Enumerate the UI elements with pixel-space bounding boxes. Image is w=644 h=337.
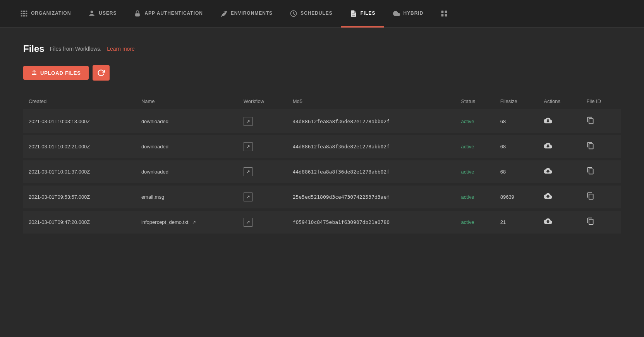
refresh-button[interactable] <box>93 65 110 81</box>
svg-rect-14 <box>441 10 444 13</box>
upload-icon <box>31 70 37 76</box>
nav-label-app-authentication: APP AUTHENTICATION <box>144 10 203 16</box>
copy-id-icon[interactable] <box>587 168 594 176</box>
nav-item-app-authentication[interactable]: APP AUTHENTICATION <box>125 0 211 28</box>
leaf-icon <box>220 9 228 17</box>
status-badge: active <box>461 169 474 175</box>
cell-md5: 44d88612fea8a8f36de82e1278abb02f <box>287 134 456 159</box>
status-badge: active <box>461 144 474 150</box>
workflow-link-icon[interactable]: ↗ <box>244 193 252 201</box>
download-action-icon[interactable] <box>544 193 552 202</box>
cell-actions <box>538 159 581 184</box>
cell-actions <box>538 184 581 210</box>
svg-rect-3 <box>21 13 22 14</box>
copy-id-icon[interactable] <box>587 193 594 201</box>
upload-files-button[interactable]: UPLOAD FILES <box>23 66 89 80</box>
grid-icon <box>440 9 448 17</box>
cell-name: downloaded <box>136 110 238 134</box>
table-row: 2021-03-01T10:03:13.000Z downloaded ↗ 44… <box>23 110 621 134</box>
external-link-icon[interactable]: ↗ <box>192 220 196 225</box>
svg-rect-0 <box>21 10 22 12</box>
cell-fileid <box>581 134 621 159</box>
nav-label-hybrid: HYBRID <box>404 10 424 16</box>
cell-md5: 25e5ed521809d3ce47307422537d3aef <box>287 184 456 210</box>
copy-id-icon[interactable] <box>587 117 594 126</box>
cell-name: email.msg <box>136 184 238 210</box>
cell-workflow: ↗ <box>238 110 287 134</box>
download-action-icon[interactable] <box>544 118 552 126</box>
download-action-icon[interactable] <box>544 168 552 177</box>
cell-fileid <box>581 210 621 235</box>
workflow-link-icon[interactable]: ↗ <box>244 117 252 126</box>
status-badge: active <box>461 119 474 124</box>
nav-item-users[interactable]: USERS <box>79 0 125 28</box>
cell-actions <box>538 134 581 159</box>
status-badge: active <box>461 194 474 200</box>
nav-item-more[interactable] <box>432 0 457 28</box>
nav-label-environments: ENVIRONMENTS <box>231 10 273 16</box>
cell-fileid <box>581 159 621 184</box>
page-title-row: Files Files from Workflows. Learn more <box>23 43 621 54</box>
nav-item-files[interactable]: FILES <box>341 0 384 28</box>
nav-label-schedules: SCHEDULES <box>301 10 333 16</box>
workflow-link-icon[interactable]: ↗ <box>244 218 252 227</box>
cell-name: infopercept_demo.txt ↗ <box>136 210 238 235</box>
workflow-link-icon[interactable]: ↗ <box>244 142 252 151</box>
nav-label-files: FILES <box>361 10 376 16</box>
cell-filesize: 68 <box>495 110 539 134</box>
nav-label-users: USERS <box>99 10 117 16</box>
cell-name: downloaded <box>136 159 238 184</box>
svg-point-9 <box>91 10 93 13</box>
status-badge: active <box>461 219 474 225</box>
cell-filesize: 68 <box>495 159 539 184</box>
table-body: 2021-03-01T10:03:13.000Z downloaded ↗ 44… <box>23 110 621 235</box>
cell-workflow: ↗ <box>238 134 287 159</box>
col-name: Name <box>136 95 238 110</box>
cell-actions <box>538 210 581 235</box>
nav-item-schedules[interactable]: SCHEDULES <box>281 0 341 28</box>
main-content: Files Files from Workflows. Learn more U… <box>0 28 644 251</box>
nav-item-organization[interactable]: ORGANIZATION <box>12 0 79 28</box>
copy-id-icon[interactable] <box>587 218 594 227</box>
cell-created: 2021-03-01T10:01:37.000Z <box>23 159 136 184</box>
col-actions: Actions <box>538 95 581 110</box>
nav-item-hybrid[interactable]: HYBRID <box>384 0 432 28</box>
cell-status: active <box>455 110 495 134</box>
copy-id-icon[interactable] <box>587 143 594 151</box>
clock-icon <box>290 9 297 17</box>
svg-rect-16 <box>441 14 444 16</box>
cell-status: active <box>455 159 495 184</box>
svg-rect-2 <box>26 10 27 12</box>
learn-more-link[interactable]: Learn more <box>107 46 135 52</box>
org-icon <box>20 9 28 17</box>
cell-created: 2021-03-01T09:47:20.000Z <box>23 210 136 235</box>
download-action-icon[interactable] <box>544 143 552 151</box>
cell-fileid <box>581 184 621 210</box>
button-row: UPLOAD FILES <box>23 65 621 81</box>
workflow-link-icon[interactable]: ↗ <box>244 167 252 176</box>
col-md5: Md5 <box>287 95 456 110</box>
svg-rect-5 <box>26 13 27 14</box>
cell-md5: f059410c8475eba1f630907db21a0780 <box>287 210 456 235</box>
cell-created: 2021-03-01T09:53:57.000Z <box>23 184 136 210</box>
svg-rect-6 <box>21 15 22 16</box>
cell-fileid <box>581 110 621 134</box>
cell-workflow: ↗ <box>238 184 287 210</box>
lock-icon <box>134 9 141 17</box>
col-workflow: Workflow <box>238 95 287 110</box>
page-title: Files <box>23 43 45 54</box>
col-filesize: Filesize <box>495 95 539 110</box>
svg-rect-10 <box>136 13 140 16</box>
download-action-icon[interactable] <box>544 218 552 227</box>
col-created: Created <box>23 95 136 110</box>
cell-status: active <box>455 134 495 159</box>
cell-created: 2021-03-01T10:03:13.000Z <box>23 110 136 134</box>
file-icon <box>350 9 357 17</box>
svg-rect-1 <box>23 10 25 12</box>
svg-rect-17 <box>445 14 447 16</box>
cell-filesize: 21 <box>495 210 539 235</box>
cell-status: active <box>455 210 495 235</box>
nav-item-environments[interactable]: ENVIRONMENTS <box>211 0 281 28</box>
svg-rect-4 <box>23 13 25 14</box>
table-header: Created Name Workflow Md5 Status Filesiz… <box>23 95 621 110</box>
